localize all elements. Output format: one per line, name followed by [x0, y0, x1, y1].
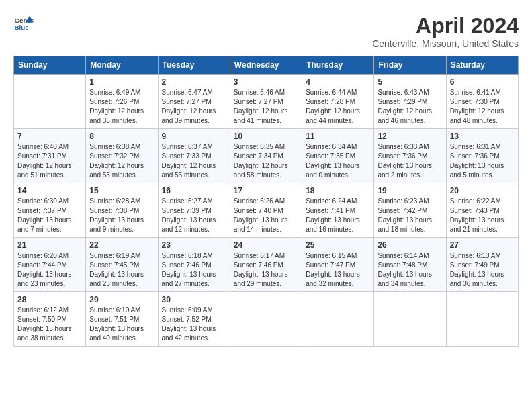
day-info: Sunrise: 6:23 AMSunset: 7:42 PMDaylight:…: [378, 197, 442, 234]
calendar-cell: 4Sunrise: 6:44 AMSunset: 7:28 PMDaylight…: [302, 75, 374, 129]
day-number: 26: [378, 240, 442, 250]
day-number: 28: [17, 295, 82, 304]
day-number: 20: [450, 186, 515, 195]
day-number: 25: [306, 240, 370, 250]
day-info: Sunrise: 6:46 AMSunset: 7:27 PMDaylight:…: [234, 88, 298, 126]
day-number: 24: [234, 240, 298, 250]
calendar-cell: [446, 292, 518, 347]
day-info: Sunrise: 6:30 AMSunset: 7:37 PMDaylight:…: [17, 197, 82, 234]
calendar-cell: 28Sunrise: 6:12 AMSunset: 7:50 PMDayligh…: [14, 292, 86, 347]
day-info: Sunrise: 6:34 AMSunset: 7:35 PMDaylight:…: [306, 142, 370, 180]
calendar-cell: 17Sunrise: 6:26 AMSunset: 7:40 PMDayligh…: [230, 183, 302, 238]
day-info: Sunrise: 6:31 AMSunset: 7:36 PMDaylight:…: [450, 142, 515, 180]
day-info: Sunrise: 6:44 AMSunset: 7:28 PMDaylight:…: [306, 88, 370, 126]
calendar-cell: 29Sunrise: 6:10 AMSunset: 7:51 PMDayligh…: [86, 292, 158, 347]
calendar-cell: [374, 292, 446, 347]
calendar-cell: 22Sunrise: 6:19 AMSunset: 7:45 PMDayligh…: [86, 238, 158, 292]
day-info: Sunrise: 6:37 AMSunset: 7:33 PMDaylight:…: [162, 142, 226, 180]
day-info: Sunrise: 6:15 AMSunset: 7:47 PMDaylight:…: [306, 251, 370, 289]
day-info: Sunrise: 6:14 AMSunset: 7:48 PMDaylight:…: [378, 251, 442, 289]
calendar-cell: 12Sunrise: 6:33 AMSunset: 7:36 PMDayligh…: [374, 129, 446, 183]
day-number: 14: [17, 186, 82, 195]
day-number: 18: [306, 186, 370, 195]
day-number: 13: [450, 132, 515, 141]
logo: GeneralBlue: [13, 13, 36, 34]
weekday-header: Monday: [86, 56, 158, 75]
day-number: 22: [89, 240, 154, 250]
day-info: Sunrise: 6:27 AMSunset: 7:39 PMDaylight:…: [162, 197, 226, 234]
calendar-cell: 19Sunrise: 6:23 AMSunset: 7:42 PMDayligh…: [374, 183, 446, 238]
day-number: 4: [306, 77, 370, 87]
day-info: Sunrise: 6:18 AMSunset: 7:46 PMDaylight:…: [162, 251, 226, 289]
day-info: Sunrise: 6:41 AMSunset: 7:30 PMDaylight:…: [450, 88, 515, 126]
title-block: April 2024 Centerville, Missouri, United…: [372, 13, 519, 49]
day-number: 7: [17, 132, 82, 141]
month-title: April 2024: [372, 13, 519, 38]
day-number: 29: [89, 295, 154, 304]
day-number: 10: [234, 132, 298, 141]
day-info: Sunrise: 6:43 AMSunset: 7:29 PMDaylight:…: [378, 88, 442, 126]
calendar-week-row: 1Sunrise: 6:49 AMSunset: 7:26 PMDaylight…: [14, 75, 519, 129]
day-info: Sunrise: 6:26 AMSunset: 7:40 PMDaylight:…: [234, 197, 298, 234]
day-info: Sunrise: 6:24 AMSunset: 7:41 PMDaylight:…: [306, 197, 370, 234]
calendar-cell: 1Sunrise: 6:49 AMSunset: 7:26 PMDaylight…: [86, 75, 158, 129]
weekday-header: Saturday: [446, 56, 518, 75]
weekday-header: Thursday: [302, 56, 374, 75]
day-number: 6: [450, 77, 515, 87]
calendar-cell: 9Sunrise: 6:37 AMSunset: 7:33 PMDaylight…: [158, 129, 230, 183]
calendar-cell: 24Sunrise: 6:17 AMSunset: 7:46 PMDayligh…: [230, 238, 302, 292]
calendar-cell: [302, 292, 374, 347]
day-info: Sunrise: 6:12 AMSunset: 7:50 PMDaylight:…: [17, 306, 82, 343]
day-info: Sunrise: 6:17 AMSunset: 7:46 PMDaylight:…: [234, 251, 298, 289]
calendar-cell: 26Sunrise: 6:14 AMSunset: 7:48 PMDayligh…: [374, 238, 446, 292]
weekday-header-row: SundayMondayTuesdayWednesdayThursdayFrid…: [14, 56, 519, 75]
calendar-cell: 23Sunrise: 6:18 AMSunset: 7:46 PMDayligh…: [158, 238, 230, 292]
day-number: 8: [89, 132, 154, 141]
day-info: Sunrise: 6:22 AMSunset: 7:43 PMDaylight:…: [450, 197, 515, 234]
day-number: 1: [89, 77, 154, 87]
svg-text:Blue: Blue: [15, 24, 30, 31]
day-number: 19: [378, 186, 442, 195]
calendar-cell: [230, 292, 302, 347]
calendar-cell: 16Sunrise: 6:27 AMSunset: 7:39 PMDayligh…: [158, 183, 230, 238]
calendar-cell: 7Sunrise: 6:40 AMSunset: 7:31 PMDaylight…: [14, 129, 86, 183]
day-number: 9: [162, 132, 226, 141]
calendar-cell: 15Sunrise: 6:28 AMSunset: 7:38 PMDayligh…: [86, 183, 158, 238]
day-number: 23: [162, 240, 226, 250]
day-number: 2: [162, 77, 226, 87]
page-header: GeneralBlue April 2024 Centerville, Miss…: [13, 13, 519, 49]
weekday-header: Friday: [374, 56, 446, 75]
weekday-header: Tuesday: [158, 56, 230, 75]
day-number: 17: [234, 186, 298, 195]
day-number: 12: [378, 132, 442, 141]
calendar-week-row: 21Sunrise: 6:20 AMSunset: 7:44 PMDayligh…: [14, 238, 519, 292]
day-number: 5: [378, 77, 442, 87]
logo-icon: GeneralBlue: [13, 13, 34, 34]
day-info: Sunrise: 6:09 AMSunset: 7:52 PMDaylight:…: [162, 306, 226, 343]
calendar-cell: 10Sunrise: 6:35 AMSunset: 7:34 PMDayligh…: [230, 129, 302, 183]
calendar-cell: 13Sunrise: 6:31 AMSunset: 7:36 PMDayligh…: [446, 129, 518, 183]
day-info: Sunrise: 6:35 AMSunset: 7:34 PMDaylight:…: [234, 142, 298, 180]
day-info: Sunrise: 6:20 AMSunset: 7:44 PMDaylight:…: [17, 251, 82, 289]
calendar-cell: [14, 75, 86, 129]
calendar-cell: 3Sunrise: 6:46 AMSunset: 7:27 PMDaylight…: [230, 75, 302, 129]
day-info: Sunrise: 6:38 AMSunset: 7:32 PMDaylight:…: [89, 142, 154, 180]
day-info: Sunrise: 6:33 AMSunset: 7:36 PMDaylight:…: [378, 142, 442, 180]
day-number: 21: [17, 240, 82, 250]
calendar-week-row: 7Sunrise: 6:40 AMSunset: 7:31 PMDaylight…: [14, 129, 519, 183]
weekday-header: Sunday: [14, 56, 86, 75]
weekday-header: Wednesday: [230, 56, 302, 75]
day-info: Sunrise: 6:19 AMSunset: 7:45 PMDaylight:…: [89, 251, 154, 289]
day-number: 15: [89, 186, 154, 195]
day-number: 11: [306, 132, 370, 141]
day-info: Sunrise: 6:40 AMSunset: 7:31 PMDaylight:…: [17, 142, 82, 180]
day-info: Sunrise: 6:49 AMSunset: 7:26 PMDaylight:…: [89, 88, 154, 126]
day-info: Sunrise: 6:13 AMSunset: 7:49 PMDaylight:…: [450, 251, 515, 289]
day-info: Sunrise: 6:10 AMSunset: 7:51 PMDaylight:…: [89, 306, 154, 343]
day-info: Sunrise: 6:28 AMSunset: 7:38 PMDaylight:…: [89, 197, 154, 234]
calendar-cell: 18Sunrise: 6:24 AMSunset: 7:41 PMDayligh…: [302, 183, 374, 238]
calendar-cell: 14Sunrise: 6:30 AMSunset: 7:37 PMDayligh…: [14, 183, 86, 238]
day-number: 16: [162, 186, 226, 195]
calendar-cell: 21Sunrise: 6:20 AMSunset: 7:44 PMDayligh…: [14, 238, 86, 292]
location-label: Centerville, Missouri, United States: [372, 38, 519, 49]
